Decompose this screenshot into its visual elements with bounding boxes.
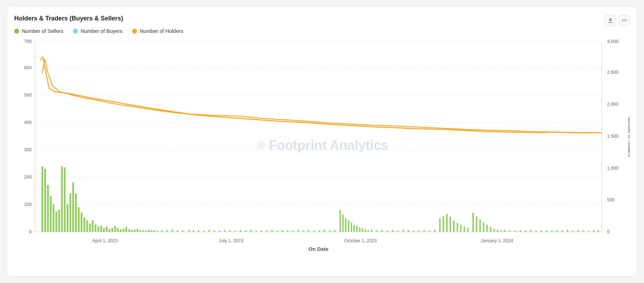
chart-title: Holders & Traders (Buyers & Sellers) [14, 15, 123, 22]
svg-rect-36 [123, 229, 125, 232]
svg-rect-110 [450, 217, 451, 232]
y-right-tick-1000: 1,000 [607, 165, 618, 171]
y-tick-0: 0 [29, 229, 31, 234]
svg-rect-136 [562, 230, 563, 232]
svg-rect-90 [359, 227, 360, 232]
svg-rect-101 [408, 230, 409, 232]
buyers-color-dot [73, 29, 78, 34]
y-right-tick-2000: 2,000 [607, 101, 618, 107]
svg-rect-117 [476, 217, 477, 232]
svg-rect-15 [64, 167, 66, 232]
header-actions: API [605, 15, 630, 26]
chart-header: Holders & Traders (Buyers & Sellers) API [14, 15, 630, 26]
svg-rect-76 [303, 230, 304, 232]
svg-rect-107 [439, 218, 441, 232]
svg-rect-42 [139, 230, 141, 232]
svg-rect-111 [453, 220, 454, 232]
svg-rect-63 [234, 231, 236, 232]
svg-rect-142 [593, 230, 595, 232]
svg-rect-105 [429, 231, 430, 232]
holders-line [42, 59, 598, 133]
y-right-tick-3000: 3,000 [607, 39, 618, 44]
svg-rect-41 [137, 229, 138, 232]
svg-rect-85 [345, 218, 347, 232]
holders-color-dot [132, 29, 137, 34]
svg-rect-71 [277, 231, 278, 232]
svg-rect-12 [55, 211, 57, 232]
svg-rect-116 [472, 213, 474, 232]
chart-container: Holders & Traders (Buyers & Sellers) API… [7, 7, 637, 276]
svg-rect-44 [145, 231, 147, 232]
svg-rect-10 [50, 196, 52, 232]
svg-rect-33 [114, 226, 116, 232]
y-tick-100: 100 [24, 202, 32, 207]
svg-rect-121 [490, 227, 491, 232]
svg-rect-43 [142, 230, 144, 232]
svg-rect-120 [486, 225, 488, 232]
svg-rect-72 [282, 230, 283, 232]
svg-rect-126 [509, 230, 510, 232]
svg-rect-65 [245, 230, 247, 232]
legend-label-buyers: Number of Buyers [81, 28, 122, 34]
svg-rect-87 [351, 223, 352, 232]
svg-rect-93 [367, 230, 369, 232]
svg-rect-137 [567, 230, 568, 232]
svg-rect-78 [313, 231, 315, 232]
svg-rect-55 [193, 230, 194, 232]
svg-rect-16 [67, 204, 68, 232]
svg-rect-31 [109, 229, 110, 232]
svg-rect-113 [460, 225, 461, 232]
y-tick-700: 700 [24, 39, 32, 44]
svg-rect-115 [467, 228, 469, 232]
svg-rect-52 [177, 230, 178, 232]
svg-rect-108 [443, 216, 444, 232]
svg-rect-30 [106, 227, 108, 232]
svg-rect-60 [219, 231, 220, 232]
svg-rect-22 [83, 218, 85, 232]
svg-rect-61 [224, 230, 226, 232]
svg-rect-128 [519, 230, 521, 232]
api-button[interactable]: API [619, 15, 630, 26]
svg-rect-86 [348, 220, 349, 232]
svg-rect-11 [53, 204, 54, 232]
svg-rect-75 [297, 230, 299, 232]
svg-rect-80 [324, 230, 325, 232]
svg-rect-132 [541, 230, 542, 232]
svg-rect-8 [44, 169, 46, 232]
svg-rect-24 [89, 223, 91, 232]
svg-rect-68 [261, 230, 262, 232]
svg-rect-25 [92, 220, 94, 232]
x-axis-label: On Date [309, 246, 329, 252]
svg-rect-38 [128, 229, 130, 232]
svg-rect-28 [100, 226, 102, 232]
svg-rect-79 [319, 230, 320, 232]
download-button[interactable] [605, 15, 616, 26]
svg-rect-50 [166, 230, 168, 232]
svg-rect-124 [500, 230, 502, 232]
svg-rect-37 [126, 227, 127, 232]
svg-rect-84 [342, 214, 344, 232]
svg-rect-0 [608, 22, 613, 23]
svg-rect-123 [497, 230, 498, 232]
bar-sellers [42, 166, 43, 232]
svg-rect-138 [572, 231, 573, 232]
svg-rect-119 [483, 222, 484, 232]
svg-rect-62 [229, 230, 231, 232]
svg-rect-114 [464, 227, 465, 232]
svg-rect-39 [131, 230, 133, 232]
svg-rect-104 [423, 230, 425, 232]
svg-rect-47 [154, 230, 155, 232]
svg-rect-129 [525, 230, 526, 232]
svg-rect-143 [598, 230, 599, 232]
svg-rect-51 [172, 229, 173, 232]
chart-area: ❄ Footprint Analytics 0 100 200 300 [14, 38, 630, 253]
y-tick-500: 500 [24, 92, 32, 98]
svg-rect-48 [157, 231, 158, 232]
y-tick-400: 400 [24, 120, 32, 125]
svg-rect-122 [494, 229, 495, 232]
svg-rect-26 [95, 225, 96, 232]
svg-rect-66 [250, 230, 252, 232]
svg-rect-92 [365, 229, 366, 232]
svg-rect-81 [329, 231, 330, 232]
chart-svg: 0 100 200 300 400 500 600 700 0 500 1,00… [14, 38, 630, 253]
